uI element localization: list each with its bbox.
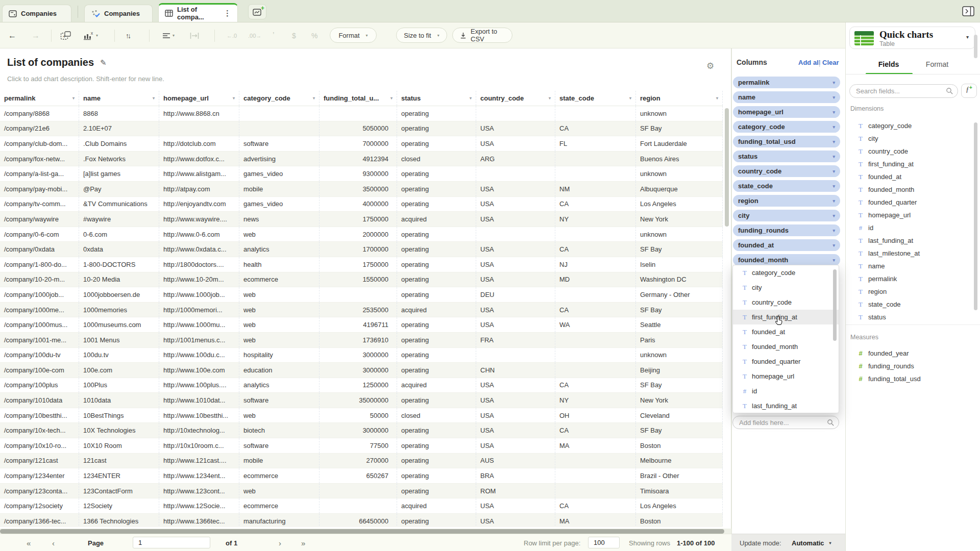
- gear-icon[interactable]: ⚙: [706, 61, 714, 71]
- clear-link[interactable]: Clear: [822, 59, 839, 66]
- column-chip[interactable]: funding_rounds▾: [733, 224, 840, 236]
- field-item[interactable]: Tfounded_at: [846, 170, 973, 183]
- column-menu-caret-icon[interactable]: ▾: [153, 96, 155, 101]
- format-button[interactable]: Format ▾: [330, 28, 377, 43]
- last-page-icon[interactable]: »: [301, 534, 305, 551]
- column-chip[interactable]: city▾: [733, 210, 840, 221]
- currency-format-icon[interactable]: $: [292, 22, 296, 48]
- field-item[interactable]: Tlast_milestone_at: [846, 247, 973, 260]
- panel-scrollbar-thumb-top[interactable]: [974, 35, 977, 58]
- tab-list-of-companies[interactable]: List of compa... ⋮: [158, 3, 238, 22]
- wrap-text-icon[interactable]: [190, 22, 199, 48]
- column-header[interactable]: permalink▾: [0, 91, 79, 106]
- align-button[interactable]: ▾: [162, 22, 175, 48]
- column-chip[interactable]: homepage_url▾: [733, 106, 840, 118]
- field-item[interactable]: Tstate_code: [846, 298, 973, 311]
- field-item[interactable]: Tlast_funding_at: [846, 234, 973, 247]
- column-chip[interactable]: founded_month▾: [733, 254, 840, 266]
- horizontal-scrollbar-thumb[interactable]: [0, 529, 724, 534]
- duplicate-chart-icon[interactable]: +: [60, 22, 71, 48]
- field-item[interactable]: Tfirst_funding_at: [846, 158, 973, 170]
- undo-button[interactable]: ←: [8, 22, 16, 48]
- chart-type-card[interactable]: Quick charts Table ▾: [849, 27, 975, 49]
- column-menu-caret-icon[interactable]: ▾: [549, 96, 551, 101]
- tab-companies-sheet[interactable]: Companies: [2, 5, 71, 22]
- field-item[interactable]: Tcountry_code: [846, 145, 973, 158]
- chart-description-placeholder[interactable]: Click to add chart description. Shift-en…: [7, 75, 164, 83]
- thousands-separator-icon[interactable]: ’: [273, 22, 275, 48]
- field-item[interactable]: #id: [733, 384, 839, 398]
- column-header[interactable]: region▾: [636, 91, 723, 106]
- column-header[interactable]: homepage_url▾: [159, 91, 239, 106]
- column-menu-caret-icon[interactable]: ▾: [716, 96, 718, 101]
- column-menu-caret-icon[interactable]: ▾: [629, 96, 631, 101]
- column-chip[interactable]: category_code▾: [733, 121, 840, 133]
- field-item[interactable]: #id: [846, 221, 973, 234]
- field-item[interactable]: Tstatus: [846, 311, 973, 323]
- row-limit-input[interactable]: [588, 537, 620, 548]
- field-item[interactable]: Tfounded_month: [733, 339, 839, 354]
- field-item[interactable]: #funding_total_usd: [846, 372, 973, 385]
- update-mode-select[interactable]: Automatic ▾: [792, 534, 831, 551]
- field-item[interactable]: Tcountry_code: [733, 295, 839, 310]
- column-header[interactable]: name▾: [79, 91, 159, 106]
- column-header[interactable]: state_code▾: [555, 91, 636, 106]
- field-item[interactable]: Tfounded_quarter: [846, 196, 973, 209]
- column-chip[interactable]: name▾: [733, 91, 840, 103]
- new-chart-tab-button[interactable]: +: [248, 4, 266, 19]
- field-item[interactable]: Tcity: [733, 280, 839, 295]
- field-item[interactable]: Tlast_funding_at: [733, 398, 839, 413]
- decrease-decimal-icon[interactable]: ←.0: [227, 22, 237, 48]
- add-formula-field-button[interactable]: ƒ+: [961, 84, 977, 98]
- field-item[interactable]: Thomepage_url: [846, 209, 973, 221]
- field-item[interactable]: #founded_year: [846, 347, 973, 360]
- percent-format-icon[interactable]: %: [311, 22, 317, 48]
- first-page-icon[interactable]: «: [27, 534, 31, 551]
- tab-format[interactable]: Format: [919, 60, 955, 68]
- next-page-icon[interactable]: ›: [279, 534, 281, 551]
- column-chip[interactable]: status▾: [733, 151, 840, 162]
- collapse-panel-icon[interactable]: [962, 6, 975, 17]
- field-item[interactable]: Tfounded_month: [846, 183, 973, 196]
- prev-page-icon[interactable]: ‹: [52, 534, 55, 551]
- edit-title-icon[interactable]: ✎: [100, 58, 107, 67]
- column-chip[interactable]: state_code▾: [733, 180, 840, 192]
- column-header[interactable]: country_code▾: [476, 91, 555, 106]
- column-menu-caret-icon[interactable]: ▾: [233, 96, 235, 101]
- add-fields-input[interactable]: [732, 416, 839, 429]
- sort-button[interactable]: ↑↓: [126, 22, 130, 48]
- search-fields-input[interactable]: [849, 84, 958, 98]
- page-input[interactable]: [133, 537, 210, 548]
- remove-chart-icon[interactable]: x ▾: [83, 22, 98, 48]
- dropdown-scrollbar-thumb[interactable]: [833, 269, 837, 341]
- column-chip[interactable]: funding_total_usd▾: [733, 136, 840, 147]
- field-item[interactable]: Tpermalink: [846, 272, 973, 285]
- column-chip[interactable]: region▾: [733, 195, 840, 207]
- panel-scrollbar-thumb[interactable]: [974, 122, 977, 310]
- field-item[interactable]: Tname: [846, 260, 973, 272]
- field-item[interactable]: Tfounded_at: [733, 324, 839, 339]
- column-header[interactable]: category_code▾: [239, 91, 320, 106]
- column-header[interactable]: status▾: [397, 91, 476, 106]
- field-item[interactable]: Tfirst_funding_at: [733, 310, 839, 324]
- field-item[interactable]: Tcity: [846, 132, 973, 145]
- column-chip[interactable]: founded_at▾: [733, 239, 840, 251]
- field-item[interactable]: Tfounded_quarter: [733, 354, 839, 369]
- column-chip[interactable]: country_code▾: [733, 165, 840, 177]
- field-item[interactable]: Tregion: [846, 285, 973, 298]
- tab-companies-chart[interactable]: Companies: [84, 5, 153, 22]
- field-item[interactable]: Tcategory_code: [733, 265, 839, 280]
- column-chip[interactable]: permalink▾: [733, 77, 840, 88]
- field-item[interactable]: Tcategory_code: [846, 119, 973, 132]
- field-item[interactable]: #funding_rounds: [846, 360, 973, 372]
- add-all-link[interactable]: Add all: [798, 59, 820, 66]
- field-item[interactable]: Thomepage_url: [733, 369, 839, 384]
- size-to-fit-button[interactable]: Size to fit ▾: [396, 28, 447, 43]
- vertical-scrollbar-thumb[interactable]: [725, 108, 729, 227]
- column-menu-caret-icon[interactable]: ▾: [390, 96, 393, 101]
- column-menu-caret-icon[interactable]: ▾: [313, 96, 315, 101]
- export-csv-button[interactable]: Export to CSV: [452, 28, 512, 43]
- column-header[interactable]: funding_total_u...▾: [320, 91, 397, 106]
- redo-button[interactable]: →: [32, 22, 40, 48]
- column-menu-caret-icon[interactable]: ▾: [72, 96, 75, 101]
